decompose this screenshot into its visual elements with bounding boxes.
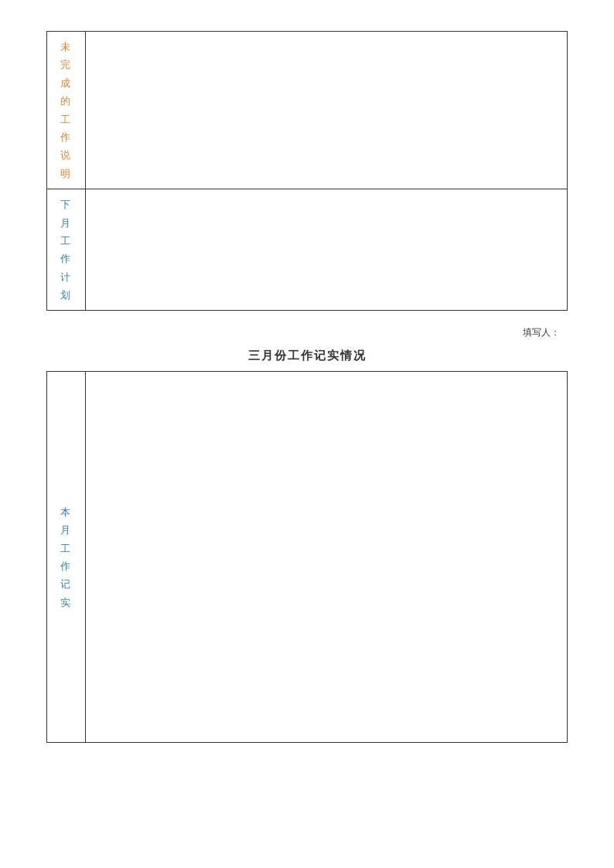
label-cell-monthly: 本月工作记实 [47,372,86,743]
first-table: 未完成的工作说明 下月工作计划 [46,31,568,311]
table-row: 下月工作计划 [47,189,568,311]
filler-label: 填写人： [523,327,560,338]
page: 未完成的工作说明 下月工作计划 填写人： [0,0,614,868]
content-cell-monthly [86,372,568,743]
content-cell-next-month [86,189,568,311]
section2-title: 三月份工作记实情况 [248,349,367,362]
section2-header: 三月份工作记实情况 [46,349,568,363]
label-cell-next-month: 下月工作计划 [47,189,86,311]
filler-line: 填写人： [46,326,568,339]
label-monthly: 本月工作记实 [52,503,80,611]
label-unfinished: 未完成的工作说明 [52,38,80,182]
second-table-section: 本月工作记实 [46,371,568,743]
table-row: 本月工作记实 [47,372,568,743]
label-next-month: 下月工作计划 [52,196,80,304]
label-cell-unfinished: 未完成的工作说明 [47,32,86,189]
content-cell-unfinished [86,32,568,189]
first-table-section: 未完成的工作说明 下月工作计划 [46,31,568,311]
second-table: 本月工作记实 [46,371,568,743]
table-row: 未完成的工作说明 [47,32,568,189]
